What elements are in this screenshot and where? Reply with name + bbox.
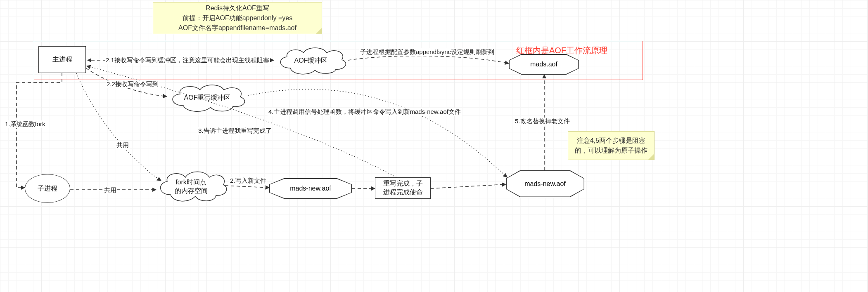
note-line: AOF文件名字appendfilename=mads.aof [178, 23, 296, 33]
edge-label-4: 4.主进程调用信号处理函数，将缓冲区命令写入到新mads-new.aof文件 [268, 108, 462, 116]
node-aof-rewrite-buffer: AOF重写缓冲区 [166, 82, 249, 113]
node-label: 重写完成，子 [383, 179, 423, 188]
node-mads-new-1: mads-new.aof [269, 178, 352, 199]
note-line: 的，可以理解为原子操作 [575, 146, 647, 155]
edge-label-2write: 2.写入新文件 [229, 177, 267, 185]
note-line: 注意4,5两个步骤是阻塞 [577, 136, 645, 146]
edge-label-3: 3.告诉主进程我重写完成了 [197, 127, 273, 135]
node-label: mads.aof [530, 61, 557, 68]
node-label: mads-new.aof [290, 185, 331, 192]
node-label: 子进程 [38, 184, 57, 193]
node-main-process: 主进程 [38, 46, 86, 73]
node-mads-new-2: mads-new.aof [506, 170, 584, 197]
edge-label-2-1: 2.1接收写命令写到缓冲区，注意这里可能会出现主线程阻塞 [105, 57, 270, 64]
node-label: 的内存空间 [175, 187, 208, 195]
note-line: Redis持久化AOF重写 [206, 3, 269, 13]
node-child-process: 子进程 [25, 174, 70, 203]
sticky-note-right: 注意4,5两个步骤是阻塞 的，可以理解为原子操作 [568, 131, 655, 160]
edge-label-share1: 共用 [116, 141, 130, 149]
sticky-note-top: Redis持久化AOF重写 前提：开启AOF功能appendonly =yes … [153, 2, 322, 34]
node-rewrite-done: 重写完成，子 进程完成使命 [375, 177, 431, 199]
edge-label-share2: 共用 [103, 186, 117, 194]
note-line: 前提：开启AOF功能appendonly =yes [183, 13, 292, 23]
node-fork-snapshot: fork时间点 的内存空间 [155, 169, 227, 204]
node-mads-aof: mads.aof [509, 54, 579, 75]
edge-label-5: 5.改名替换掉老文件 [514, 118, 571, 125]
node-label: mads-new.aof [524, 180, 566, 188]
node-label: 主进程 [52, 55, 72, 64]
node-label: fork时间点 [175, 178, 206, 187]
node-aof-buffer: AOF缓冲区 [274, 45, 348, 76]
node-label: 进程完成使命 [383, 188, 423, 197]
edge-label-2-2: 2.2接收写命令写到 [106, 80, 159, 88]
edge-label-fsync: 子进程根据配置参数appendfsync设定规则刷新到 [359, 48, 495, 56]
node-label: AOF缓冲区 [274, 45, 348, 76]
node-label: AOF重写缓冲区 [166, 82, 249, 113]
edge-label-fork: 1.系统函数fork [4, 120, 46, 128]
